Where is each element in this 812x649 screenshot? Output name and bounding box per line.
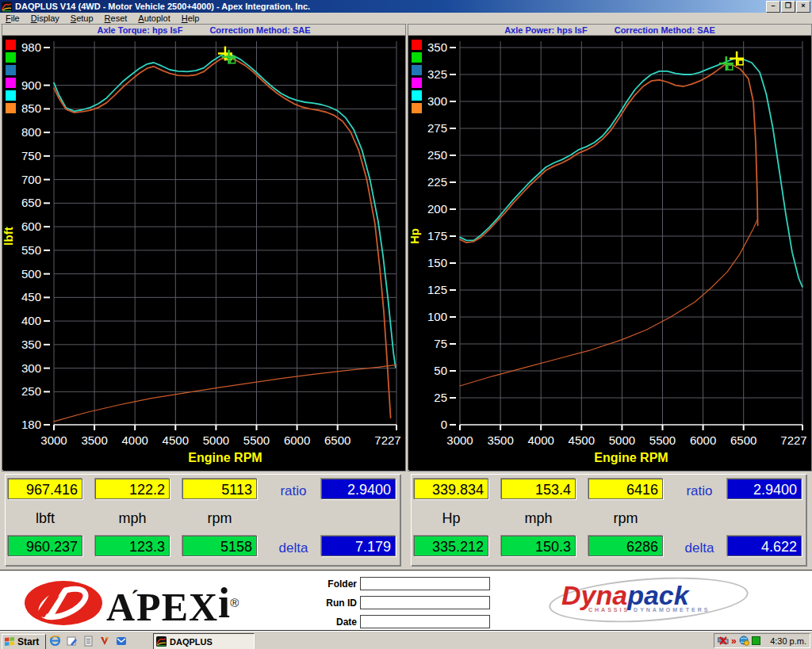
power-cursor-value: 339.834	[414, 479, 488, 499]
power-chart-window: Axle Power: hps IsF Correction Method: S…	[408, 24, 812, 471]
x-tick-label: 4500	[163, 433, 189, 447]
show-desktop-icon[interactable]	[67, 636, 78, 647]
y-tick-label: 300	[427, 94, 447, 108]
network-error-icon[interactable]	[718, 636, 729, 646]
dynapack-logo: Dynapack CHASSIS DYNAMOMETERS	[553, 578, 744, 623]
x-tick-label: 5000	[609, 433, 635, 447]
torque-chart-plot[interactable]: 9809008508007507006506005505004504003503…	[2, 36, 404, 470]
legend-swatch	[6, 103, 16, 113]
fast-forward-icon[interactable]: »	[731, 636, 737, 646]
x-tick-label: 4000	[122, 433, 148, 447]
y-tick-label: 300	[21, 361, 41, 375]
x-axis-label: Engine RPM	[188, 451, 262, 464]
mph-unit-label: mph	[501, 510, 576, 527]
legend-swatch	[6, 78, 16, 88]
minimize-button[interactable]: –	[766, 1, 780, 13]
screen: { "window": { "title": "DAQPLUS V14 (4WD…	[0, 0, 812, 649]
restore-button[interactable]: ❐	[781, 1, 795, 13]
menu-help[interactable]: Help	[176, 13, 205, 24]
x-tick-label: 4500	[569, 433, 595, 447]
torque-chart-title: Axle Torque: hps IsF	[97, 25, 182, 35]
window-title: DAQPLUS V14 (4WD - Motor Vehicle 2500+40…	[15, 2, 310, 11]
y-tick-label: 600	[21, 220, 41, 233]
legend-swatch	[6, 90, 16, 101]
ie-icon[interactable]	[49, 635, 61, 647]
y-tick-label: 250	[427, 148, 447, 162]
power-unit-label: Hp	[414, 510, 488, 527]
windows-logo-icon	[4, 636, 15, 647]
update-globe-icon[interactable]	[739, 636, 749, 646]
folder-label: Folder	[316, 578, 357, 590]
taskbar-button-daqplus[interactable]: DAQPLUS	[153, 633, 255, 649]
power-peak-rpm: 6286	[588, 536, 663, 556]
power-readout-panel: 339.834 153.4 6416 ratio 2.9400 Hp mph r…	[411, 474, 806, 566]
y-tick-label: 0	[441, 418, 447, 431]
power-chart-header: Axle Power: hps IsF Correction Method: S…	[408, 25, 811, 36]
x-tick-label: 3500	[81, 433, 107, 447]
menu-autoplot[interactable]: Autoplot	[132, 13, 175, 24]
legend-swatch	[6, 65, 16, 75]
y-tick-label: 175	[427, 229, 447, 242]
torque-peak-value: 960.237	[8, 536, 82, 556]
legend-swatch	[412, 103, 422, 113]
x-tick-label: 6500	[730, 433, 756, 447]
legend-swatch	[6, 52, 16, 63]
document-icon[interactable]	[83, 636, 94, 647]
y-tick-label: 980	[21, 40, 41, 54]
x-tick-label: 3000	[40, 433, 67, 447]
run-id-field-row: Run ID	[316, 596, 490, 609]
y-tick-label: 900	[21, 78, 41, 92]
menu-display[interactable]: Display	[25, 13, 65, 24]
menu-reset[interactable]: Reset	[99, 13, 133, 24]
y-axis-label: lbft	[2, 227, 15, 245]
delta-value: 7.179	[321, 536, 396, 556]
menu-setup[interactable]: Setup	[65, 13, 99, 24]
app-icon	[2, 2, 12, 12]
power-chart-title: Axle Power: hps IsF	[504, 25, 588, 35]
media-icon[interactable]	[99, 636, 110, 647]
x-tick-label: 7227	[780, 433, 806, 447]
menu-bar: File Display Setup Reset Autoplot Help	[0, 13, 812, 25]
y-tick-label: 25	[434, 391, 447, 404]
y-tick-label: 250	[21, 384, 41, 398]
y-tick-label: 75	[434, 337, 447, 350]
power-cursor-mph: 153.4	[501, 479, 576, 499]
x-tick-label: 7227	[374, 433, 400, 447]
y-tick-label: 150	[427, 256, 447, 269]
ratio-value: 2.9400	[321, 479, 396, 499]
apex-emblem-icon	[24, 579, 106, 627]
window-titlebar[interactable]: DAQPLUS V14 (4WD - Motor Vehicle 2500+40…	[0, 0, 812, 13]
start-button[interactable]: Start	[2, 634, 46, 649]
x-tick-label: 6000	[284, 433, 310, 447]
taskbar-clock[interactable]: 4:30 p.m.	[770, 636, 806, 646]
start-label: Start	[17, 636, 39, 647]
x-tick-label: 6500	[324, 433, 350, 447]
y-tick-label: 350	[21, 338, 41, 351]
taskbar: Start	[0, 631, 812, 649]
x-tick-label: 6000	[690, 433, 716, 447]
menu-file[interactable]: File	[0, 13, 25, 24]
torque-cursor-mph: 122.2	[95, 479, 170, 499]
x-tick-label: 3000	[446, 433, 473, 447]
x-tick-label: 3500	[487, 433, 513, 447]
folder-input[interactable]	[360, 577, 490, 590]
torque-cursor-value: 967.416	[8, 479, 82, 499]
close-button[interactable]: ×	[796, 1, 810, 13]
y-tick-label: 350	[427, 40, 447, 54]
power-cursor-rpm: 6416	[588, 479, 663, 499]
torque-cursor-rpm: 5113	[182, 479, 257, 499]
y-tick-label: 180	[21, 418, 41, 431]
y-tick-label: 50	[434, 364, 447, 377]
outlook-icon[interactable]	[116, 636, 127, 647]
status-green-icon[interactable]	[752, 636, 760, 645]
ratio-label: ratio	[676, 483, 723, 499]
run-id-input[interactable]	[360, 596, 490, 609]
torque-chart-window: Axle Torque: hps IsF Correction Method: …	[2, 24, 406, 471]
date-label: Date	[316, 617, 357, 628]
torque-peak-rpm: 5158	[182, 536, 257, 556]
rpm-unit-label: rpm	[182, 510, 257, 527]
power-chart-plot[interactable]: 3503253002752502252001751501251007550250…	[408, 36, 810, 470]
date-input[interactable]	[360, 615, 490, 628]
legend-swatch	[412, 40, 422, 50]
legend-swatch	[412, 90, 422, 101]
